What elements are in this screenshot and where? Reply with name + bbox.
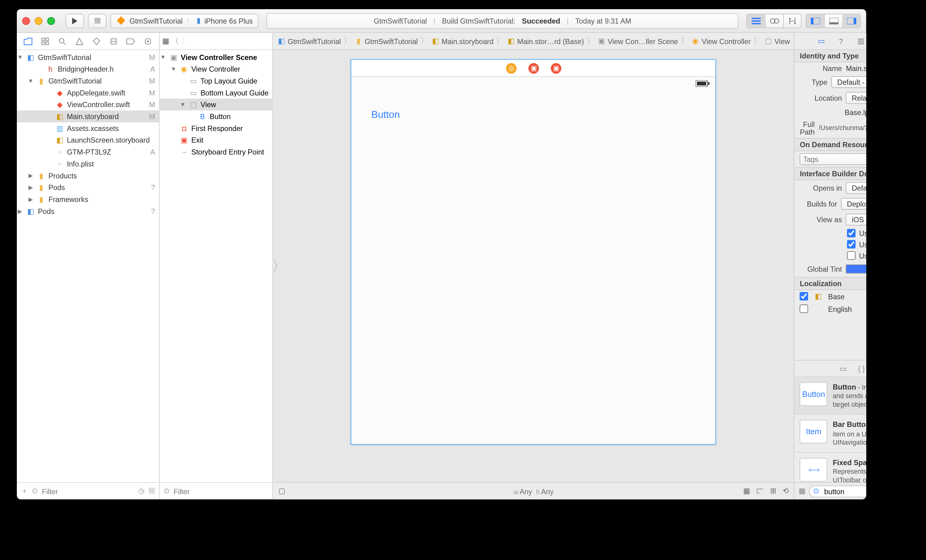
svg-rect-12 — [829, 22, 838, 24]
storyboard-icon: ◧ — [55, 136, 64, 145]
size-classes-checkbox[interactable] — [847, 240, 856, 249]
vc-dock-icon[interactable]: ◎ — [506, 63, 516, 73]
scheme-name: GtmSwiftTutorial — [130, 17, 183, 25]
canvas-jump-bar[interactable]: ◧GtmSwiftTutorial〉 ▮GtmSwiftTutorial〉 ◧M… — [273, 33, 794, 50]
related-icon[interactable]: ▦ — [162, 37, 169, 45]
vc-icon: ◉ — [179, 65, 189, 74]
builds-for-select[interactable]: Deployment Target (9.2) — [841, 198, 866, 210]
tree-row: ◧Main.storyboardM — [17, 110, 159, 122]
main-body: ▼◧GtmSwiftTutorialM hBridgingHeader.hA ▼… — [17, 33, 866, 499]
nav-symbol-icon[interactable] — [37, 33, 54, 49]
editor-version[interactable] — [783, 14, 802, 28]
scene-dock[interactable]: ◎ ▣ ▣ — [351, 60, 716, 77]
minimize-window-icon[interactable] — [35, 17, 42, 25]
library-selector: ▭ { } ◉ ▦ — [794, 360, 866, 377]
tint-color-well[interactable] — [846, 264, 866, 273]
resolve-icon[interactable]: ⟲ — [783, 487, 788, 495]
editor-assistant[interactable] — [765, 14, 783, 28]
run-button[interactable] — [65, 14, 84, 28]
toggle-navigator[interactable] — [806, 14, 824, 28]
canvas-area: ◧GtmSwiftTutorial〉 ▮GtmSwiftTutorial〉 ◧M… — [273, 33, 794, 499]
doc-outline-toggle-icon[interactable]: ▢ — [278, 487, 285, 495]
project-tree[interactable]: ▼◧GtmSwiftTutorialM hBridgingHeader.hA ▼… — [17, 50, 159, 482]
close-window-icon[interactable] — [22, 17, 30, 25]
filter-icon[interactable]: ⊙ — [163, 487, 169, 495]
scm-filter-icon[interactable]: ☒ — [148, 487, 155, 495]
nav-project-icon[interactable] — [20, 33, 37, 49]
svg-rect-17 — [42, 42, 45, 44]
nav-debug-icon[interactable] — [105, 33, 122, 49]
object-library-list[interactable]: Button Button - Intercepts touch events … — [794, 377, 866, 482]
stop-button[interactable] — [88, 14, 106, 28]
nav-report-icon[interactable] — [139, 33, 156, 49]
back-icon[interactable]: 〈 — [171, 36, 179, 46]
nav-find-icon[interactable] — [54, 33, 71, 49]
nav-breakpoint-icon[interactable] — [122, 33, 139, 49]
document-outline: ▦ 〈 〉 ▼▣View Controller Scene ▼◉View Con… — [160, 33, 274, 499]
search-icon: ⊙ — [813, 486, 819, 495]
add-icon[interactable]: ＋ — [21, 486, 28, 496]
scheme-popup[interactable]: 🔶 GtmSwiftTutorial 〉 ▮ iPhone 6s Plus — [110, 14, 259, 28]
tree-row: ▫Info.plist — [17, 158, 159, 170]
plist-icon: ▫ — [55, 159, 64, 168]
opens-in-select[interactable]: Default (7.0) — [846, 182, 866, 194]
separator-icon: | — [434, 17, 436, 25]
grid-view-icon[interactable]: ▦ — [799, 487, 805, 495]
svg-rect-16 — [46, 38, 49, 41]
file-inspector-icon[interactable]: ▭ — [816, 37, 828, 45]
tree-row: ◆AppDelegate.swiftM — [17, 87, 159, 99]
battery-icon — [696, 80, 710, 87]
pin-icon[interactable]: ⊞ — [770, 487, 776, 495]
canvas[interactable]: 〉 ◎ ▣ ▣ Button — [273, 50, 794, 482]
editor-standard[interactable] — [746, 14, 765, 28]
outline-filter-input[interactable] — [174, 487, 269, 495]
svg-rect-3 — [751, 20, 760, 21]
scene-icon: ▣ — [169, 53, 178, 62]
tree-row-group: ▶▮Pods? — [17, 181, 159, 193]
navigator-filter-input[interactable] — [42, 487, 134, 495]
launch-screen-checkbox[interactable] — [847, 251, 856, 260]
location-select[interactable]: Relative to Group — [846, 92, 866, 104]
ui-button[interactable]: Button — [371, 109, 399, 120]
scene-view-controller[interactable]: ◎ ▣ ▣ Button — [351, 59, 716, 445]
outline-tree[interactable]: ▼▣View Controller Scene ▼◉View Controlle… — [160, 50, 272, 482]
scene-body[interactable]: Button — [351, 90, 716, 444]
library-item: Item Bar Button Item - Represents an ite… — [794, 415, 866, 452]
outline-row: ▼▢View — [160, 98, 272, 110]
quickhelp-inspector-icon[interactable]: ? — [835, 37, 847, 45]
toggle-inspector[interactable] — [843, 14, 861, 28]
storyboard-icon: ◧ — [55, 112, 64, 121]
odr-tags-input[interactable] — [800, 153, 866, 165]
svg-point-27 — [147, 40, 149, 42]
file-type-select[interactable]: Default - Interface Builder… — [831, 76, 866, 88]
exit-dock-icon[interactable]: ▣ — [551, 63, 561, 73]
filter-icon[interactable]: ⊙ — [32, 487, 38, 495]
localization-english-checkbox[interactable] — [800, 305, 808, 313]
forward-icon[interactable]: 〉 — [182, 36, 189, 46]
localization-base-checkbox[interactable] — [800, 292, 808, 301]
outline-row: ▭Top Layout Guide — [160, 75, 272, 87]
first-responder-dock-icon[interactable]: ▣ — [528, 63, 539, 73]
code-snippet-lib-icon[interactable]: { } — [858, 364, 865, 373]
zoom-window-icon[interactable] — [47, 17, 55, 25]
recent-icon[interactable]: ◷ — [138, 487, 145, 495]
tree-row-group: ▼▮GtmSwiftTutorialM — [17, 75, 159, 87]
stack-icon[interactable]: ▦ — [743, 487, 750, 495]
tree-row-group: ▶▮Products — [17, 170, 159, 182]
nav-test-icon[interactable] — [88, 33, 105, 49]
vc-icon: ◉ — [691, 37, 700, 45]
nav-issue-icon[interactable] — [71, 33, 88, 49]
align-icon[interactable]: ⫍ — [757, 487, 764, 495]
window-traffic-lights — [22, 17, 55, 25]
file-template-lib-icon[interactable]: ▭ — [840, 364, 846, 373]
navigator-filter-bar: ＋ ⊙ ◷ ☒ — [17, 482, 159, 500]
outline-toggle-icon[interactable]: 〉 — [273, 256, 286, 276]
folder-icon: ▮ — [37, 171, 46, 180]
svg-rect-4 — [751, 23, 760, 24]
identity-inspector-icon[interactable]: ▥ — [855, 37, 866, 45]
size-class-control[interactable]: wAny hAny — [513, 487, 554, 495]
separator-icon: | — [567, 17, 569, 25]
view-as-select[interactable]: iOS 7.0 and Later — [846, 214, 866, 226]
toggle-debug[interactable] — [824, 14, 843, 28]
auto-layout-checkbox[interactable] — [847, 229, 856, 237]
